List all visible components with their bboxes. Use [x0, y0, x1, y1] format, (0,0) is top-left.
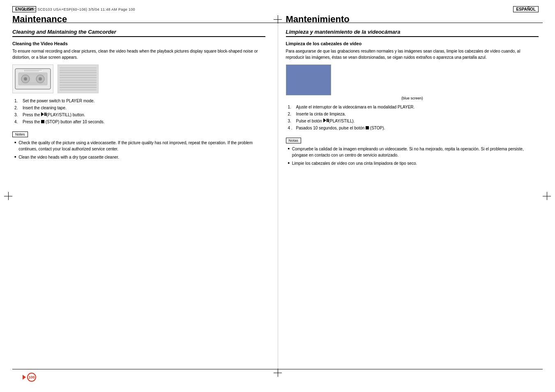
tape-cassette-image	[12, 65, 53, 93]
espanol-bullet-1: Compruebe la calidad de la imagen emplea…	[288, 146, 539, 158]
right-column: ESPAÑOL Mantenimiento Limpieza y manteni…	[278, 0, 551, 175]
blue-screen-image	[286, 65, 331, 95]
static-noise-image	[58, 65, 99, 93]
english-bullet-list: Check the quality of the picture using a…	[12, 140, 265, 160]
english-bullet-2: Clean the video heads with a dry type ca…	[14, 154, 265, 160]
espanol-steps-list: 1. Ajuste el interruptor de la videocáma…	[286, 104, 539, 131]
espanol-step-3: 3. Pulse el botón (PLAY/STILL).	[288, 118, 539, 125]
svg-point-3	[24, 77, 27, 81]
espanol-cleaning-heading: Limpieza de los cabezales de vídeo	[286, 41, 539, 46]
english-cleaning-heading: Cleaning the Video Heads	[12, 41, 265, 46]
espanol-step-4: 4 . Pasados 10 segundos, pulse el botón …	[288, 125, 539, 131]
english-title: Maintenance	[12, 14, 265, 25]
english-step-1: 1. Set the power switch to PLAYER mode.	[14, 97, 265, 104]
espanol-subtitle: Limpieza y mantenimiento de la videocáma…	[286, 29, 539, 37]
espanol-notes-section: Notas Compruebe la calidad de la imagen …	[286, 138, 539, 166]
play-still-icon-3	[41, 112, 46, 116]
crosshair-bottom	[274, 369, 282, 377]
blue-screen-label: (blue screen)	[286, 96, 539, 100]
still-bars	[44, 113, 46, 116]
english-step-4: 4. Press the (STOP) button after 10 seco…	[14, 118, 265, 125]
page-container: 00743C SCD103 USA+ESP(60~106) 3/5/04 11:…	[0, 0, 555, 392]
english-steps-list: 1. Set the power switch to PLAYER mode. …	[12, 97, 265, 125]
play-still-icon-es-3	[323, 118, 329, 122]
right-header-row: ESPAÑOL	[286, 6, 539, 14]
english-badge: ENGLISH	[12, 6, 36, 12]
play-triangle-es	[323, 118, 326, 122]
espanol-notes-label: Notas	[286, 138, 302, 143]
page-num-circle: 100	[27, 373, 36, 382]
espanol-cleaning-body: Para asegurarse de que las grabaciones r…	[286, 48, 539, 60]
svg-point-5	[39, 77, 42, 81]
espanol-bullet-2: Limpie los cabezales de vídeo con una ci…	[288, 160, 539, 166]
english-subtitle: Cleaning and Maintaining the Camcorder	[12, 29, 265, 37]
play-triangle	[41, 112, 44, 116]
english-cleaning-body: To ensure normal recording and clear pic…	[12, 48, 265, 60]
espanol-badge: ESPAÑOL	[513, 6, 539, 12]
english-bullet-1: Check the quality of the picture using a…	[14, 140, 265, 152]
page-number: 100	[23, 373, 36, 382]
english-notes-section: Notes Check the quality of the picture u…	[12, 131, 265, 160]
svg-rect-8	[23, 69, 43, 72]
english-step-3: 3. Press the (PLAY/STILL) button.	[14, 111, 265, 118]
page-arrow-icon	[23, 375, 26, 380]
still-bars-es	[327, 119, 329, 122]
stop-square-es-icon	[366, 126, 369, 129]
left-column: ENGLISH Maintenance Cleaning and Maintai…	[0, 0, 274, 168]
espanol-bullet-list: Compruebe la calidad de la imagen emplea…	[286, 146, 539, 166]
english-notes-label: Notes	[12, 131, 28, 137]
crosshair-right	[543, 192, 551, 200]
english-step-2: 2. Insert the cleaning tape.	[14, 104, 265, 111]
espanol-step-2: 2. Inserte la cinta de limpieza.	[288, 111, 539, 118]
blue-screen-area: (blue screen)	[286, 65, 539, 100]
english-image-area	[12, 65, 265, 93]
stop-square-icon	[41, 120, 44, 123]
crosshair-left	[4, 192, 12, 200]
espanol-title: Mantenimiento	[286, 14, 539, 25]
espanol-step-1: 1. Ajuste el interruptor de la videocáma…	[288, 104, 539, 111]
